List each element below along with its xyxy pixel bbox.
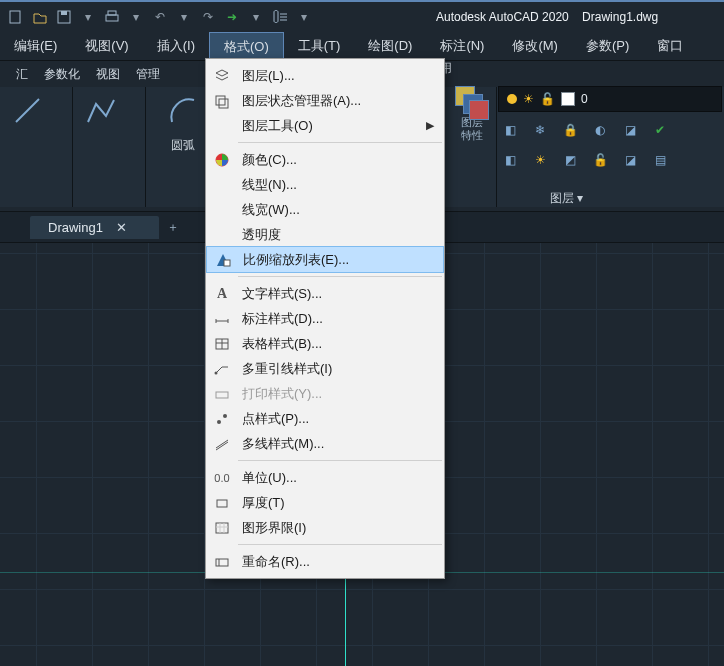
layer-lock-icon[interactable]: 🔒 <box>558 118 582 142</box>
menu-item-mlstyle[interactable]: 多线样式(M)... <box>206 431 444 456</box>
svg-point-20 <box>215 371 218 374</box>
menu-param[interactable]: 参数(P) <box>572 32 643 60</box>
menu-item-ltype[interactable]: 线型(N)... <box>206 172 444 197</box>
chevron-down-icon[interactable]: ▾ <box>245 6 267 28</box>
qat-open-icon[interactable] <box>29 6 51 28</box>
ribbon-tab[interactable]: 视图 <box>90 62 130 87</box>
menu-item-lweight[interactable]: 线宽(W)... <box>206 197 444 222</box>
menu-item-label: 多线样式(M)... <box>242 435 324 453</box>
qat-redo-icon[interactable]: ↷ <box>197 6 219 28</box>
sun-icon: ☀ <box>523 92 534 106</box>
ribbon-tab[interactable]: 管理 <box>130 62 170 87</box>
layers-icon <box>212 66 232 86</box>
chevron-down-icon[interactable]: ▾ <box>173 6 195 28</box>
dim-style-icon <box>212 309 232 329</box>
menu-item-ptstyle[interactable]: 点样式(P)... <box>206 406 444 431</box>
layer-tool-c-icon[interactable]: ◩ <box>558 148 582 172</box>
document-tab[interactable]: Drawing1 ✕ <box>30 216 159 239</box>
menu-item-label: 透明度 <box>242 226 281 244</box>
arc-tool-icon[interactable] <box>163 91 203 131</box>
menu-item-label: 点样式(P)... <box>242 410 309 428</box>
svg-rect-21 <box>216 392 228 398</box>
layer-off-icon[interactable]: ◐ <box>588 118 612 142</box>
svg-rect-26 <box>216 559 228 566</box>
qat-new-icon[interactable] <box>5 6 27 28</box>
qat-undo-icon[interactable]: ↶ <box>149 6 171 28</box>
menu-view[interactable]: 视图(V) <box>71 32 142 60</box>
menu-item-label: 线宽(W)... <box>242 201 300 219</box>
menu-tools[interactable]: 工具(T) <box>284 32 355 60</box>
mleader-style-icon <box>212 359 232 379</box>
ribbon-tab[interactable]: 参数化 <box>38 62 90 87</box>
file-name: Drawing1.dwg <box>582 10 658 24</box>
menu-draw[interactable]: 绘图(D) <box>354 32 426 60</box>
menu-item-mleaderstyle[interactable]: 多重引线样式(I) <box>206 356 444 381</box>
menu-item-rename[interactable]: 重命名(R)... <box>206 549 444 574</box>
chevron-down-icon[interactable]: ▾ <box>77 6 99 28</box>
svg-point-23 <box>223 414 227 418</box>
blank-icon <box>212 116 232 136</box>
color-wheel-icon <box>212 150 232 170</box>
layer-tool-b-icon[interactable]: ☀ <box>528 148 552 172</box>
menu-window[interactable]: 窗口 <box>643 32 697 60</box>
menu-item-color[interactable]: 颜色(C)... <box>206 147 444 172</box>
svg-rect-15 <box>216 96 225 105</box>
menu-item-units[interactable]: 0.0单位(U)... <box>206 465 444 490</box>
chevron-down-icon[interactable]: ▾ <box>125 6 147 28</box>
current-layer-name: 0 <box>581 92 588 106</box>
layer-prev-icon[interactable]: ✔ <box>648 118 672 142</box>
layer-properties-button[interactable]: 图层 特性 <box>452 86 492 142</box>
qat-share-icon[interactable]: ➜ <box>221 6 243 28</box>
menu-edit[interactable]: 编辑(E) <box>0 32 71 60</box>
qat-print-icon[interactable] <box>101 6 123 28</box>
menu-modify[interactable]: 修改(M) <box>498 32 572 60</box>
limits-icon <box>212 518 232 538</box>
menu-separator <box>238 460 442 461</box>
svg-point-22 <box>217 420 221 424</box>
menu-item-scalelist[interactable]: 比例缩放列表(E)... <box>206 246 444 273</box>
menu-insert[interactable]: 插入(I) <box>143 32 209 60</box>
blank-icon <box>212 225 232 245</box>
polyline-tool-icon[interactable] <box>81 91 121 131</box>
menu-item-layer[interactable]: 图层(L)... <box>206 63 444 88</box>
layer-dropdown[interactable]: ☀ 🔓 0 <box>498 86 722 112</box>
ribbon-tab[interactable]: 汇 <box>10 62 38 87</box>
scale-list-icon <box>213 250 233 270</box>
layer-panel: 图层 特性 ☀ 🔓 0 ◧ ❄ 🔒 ◐ ◪ ✔ ◧ ☀ ◩ 🔓 ◪ ▤ <box>452 86 722 172</box>
svg-rect-18 <box>224 260 230 266</box>
menu-item-label: 颜色(C)... <box>242 151 297 169</box>
axis-vertical <box>345 573 346 666</box>
layer-isolate-icon[interactable]: ◧ <box>498 118 522 142</box>
svg-rect-3 <box>106 15 118 21</box>
menu-item-textstyle[interactable]: A文字样式(S)... <box>206 281 444 306</box>
layer-match-icon[interactable]: ◪ <box>618 118 642 142</box>
layer-tool-f-icon[interactable]: ▤ <box>648 148 672 172</box>
menu-separator <box>238 276 442 277</box>
menu-item-label: 打印样式(Y)... <box>242 385 322 403</box>
layer-tool-d-icon[interactable]: 🔓 <box>588 148 612 172</box>
panel-line <box>0 87 73 207</box>
qat-scroll-icon[interactable] <box>269 6 291 28</box>
layer-panel-label[interactable]: 图层 ▾ <box>550 190 583 207</box>
menu-item-layerstate[interactable]: 图层状态管理器(A)... <box>206 88 444 113</box>
chevron-down-icon[interactable]: ▾ <box>293 6 315 28</box>
menu-item-tablestyle[interactable]: 表格样式(B)... <box>206 331 444 356</box>
menu-item-label: 重命名(R)... <box>242 553 310 571</box>
layer-freeze-icon[interactable]: ❄ <box>528 118 552 142</box>
layer-tool-a-icon[interactable]: ◧ <box>498 148 522 172</box>
arc-label: 圆弧 <box>171 137 195 154</box>
menu-format[interactable]: 格式(O) <box>209 32 284 60</box>
svg-rect-24 <box>217 500 227 507</box>
qat-save-icon[interactable] <box>53 6 75 28</box>
menu-item-limits[interactable]: 图形界限(I) <box>206 515 444 540</box>
menu-item-dimstyle[interactable]: 标注样式(D)... <box>206 306 444 331</box>
close-icon[interactable]: ✕ <box>115 220 129 234</box>
line-tool-icon[interactable] <box>8 91 48 131</box>
menu-dimension[interactable]: 标注(N) <box>426 32 498 60</box>
menu-item-thickness[interactable]: 厚度(T) <box>206 490 444 515</box>
units-icon: 0.0 <box>212 468 232 488</box>
menu-item-transp[interactable]: 透明度 <box>206 222 444 247</box>
layer-tool-e-icon[interactable]: ◪ <box>618 148 642 172</box>
menu-item-layertools[interactable]: 图层工具(O)▶ <box>206 113 444 138</box>
new-tab-button[interactable]: ＋ <box>159 219 187 236</box>
